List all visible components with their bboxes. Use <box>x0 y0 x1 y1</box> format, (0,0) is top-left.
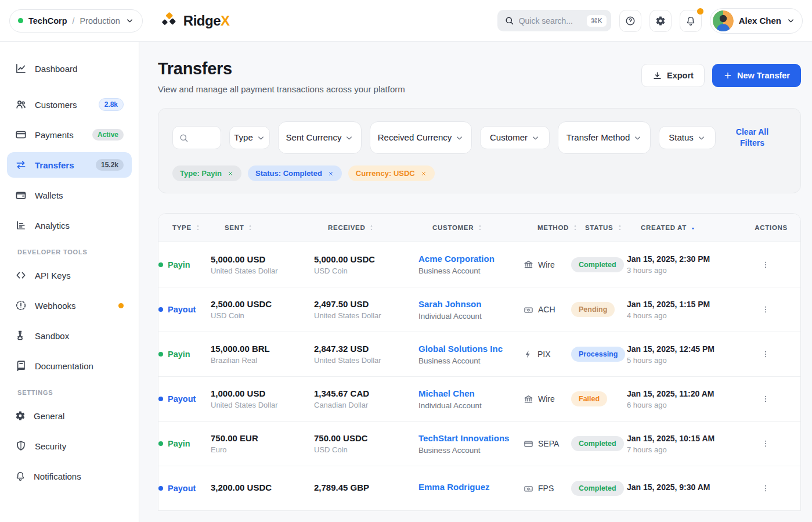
type-dot-icon <box>158 307 163 312</box>
customer-link[interactable]: Acme Corporation <box>418 254 495 264</box>
chevron-down-icon <box>531 134 540 142</box>
swap-arrows-icon <box>15 159 27 171</box>
sidebar-item-analytics[interactable]: Analytics <box>7 213 132 238</box>
sidebar-item-general[interactable]: General <box>7 403 132 429</box>
download-icon <box>652 71 662 81</box>
row-actions-button[interactable] <box>757 346 774 362</box>
kebab-icon <box>761 305 770 314</box>
sidebar-item-security[interactable]: Security <box>7 433 132 459</box>
filter-dropdown-customer[interactable]: Customer <box>480 126 550 149</box>
close-icon[interactable] <box>327 170 334 177</box>
row-actions-button[interactable] <box>757 435 774 452</box>
export-button[interactable]: Export <box>641 64 705 87</box>
sidebar-item-documentation[interactable]: Documentation <box>7 353 132 379</box>
filter-dropdown-received-currency[interactable]: Received Currency <box>370 121 472 154</box>
logo-diamonds-icon <box>161 12 179 30</box>
filter-search-input[interactable] <box>189 134 212 142</box>
filter-chip: Status: Completed <box>248 165 342 181</box>
transfer-type: Payout <box>158 394 211 404</box>
close-icon[interactable] <box>420 170 427 177</box>
row-actions-button[interactable] <box>757 301 774 318</box>
table-row: Payin5,000.00 USDUnited States Dollar5,0… <box>158 242 800 287</box>
created-at-cell: Jan 15, 2025, 12:45 PM5 hours ago <box>627 344 733 365</box>
column-header-received[interactable]: RECEIVED <box>328 224 432 231</box>
type-dot-icon <box>158 352 163 357</box>
status-cell: Completed <box>571 481 627 496</box>
column-header-customer[interactable]: CUSTOMER <box>432 224 537 231</box>
filter-dropdown-sent-currency[interactable]: Sent Currency <box>278 121 362 154</box>
filter-search[interactable] <box>172 126 221 149</box>
sidebar-item-transfers[interactable]: Transfers15.2k <box>7 152 132 178</box>
quick-search[interactable]: ⌘K <box>497 10 611 31</box>
customer-link[interactable]: Emma Rodriguez <box>418 482 490 492</box>
sidebar-badge: 15.2k <box>96 159 124 171</box>
sidebar-item-label: Documentation <box>35 361 93 371</box>
notification-dot-icon <box>118 303 124 308</box>
sidebar-item-wallets[interactable]: Wallets <box>7 182 132 208</box>
sort-icon <box>194 224 201 231</box>
filter-dropdown-type[interactable]: Type <box>229 126 270 149</box>
kebab-icon <box>761 350 770 359</box>
customer-link[interactable]: Global Solutions Inc <box>418 344 503 354</box>
customer-link[interactable]: Sarah Johnson <box>418 299 481 309</box>
close-icon[interactable] <box>227 170 234 177</box>
sidebar-item-label: Sandbox <box>35 331 69 341</box>
table-row: Payin750.00 EUREuro750.00 USDCUSD CoinTe… <box>158 421 800 466</box>
column-header-status[interactable]: STATUS <box>585 224 641 231</box>
clear-all-filters-link[interactable]: Clear All Filters <box>727 127 777 149</box>
sidebar-item-payments[interactable]: PaymentsActive <box>7 122 132 147</box>
received-cell: 2,789.45 GBP <box>314 483 418 495</box>
brand-name: RidgeX <box>183 13 230 29</box>
quick-search-input[interactable] <box>519 16 582 26</box>
chevron-down-icon <box>633 134 642 142</box>
bank-icon <box>524 394 533 404</box>
sidebar-item-sandbox[interactable]: Sandbox <box>7 323 132 348</box>
sidebar-item-dashboard[interactable]: Dashboard <box>7 56 132 81</box>
sidebar-item-api-keys[interactable]: API Keys <box>7 262 132 288</box>
method-cell: PIX <box>524 350 571 359</box>
column-header-sent[interactable]: SENT <box>225 224 328 231</box>
transfers-table: TYPESENTRECEIVEDCUSTOMERMETHODSTATUSCREA… <box>158 213 801 511</box>
org-environment-switcher[interactable]: TechCorp / Production <box>9 9 143 33</box>
sidebar-item-label: General <box>34 411 64 421</box>
notifications-button[interactable] <box>680 10 702 32</box>
kebab-icon <box>761 394 770 404</box>
column-header-type[interactable]: TYPE <box>172 224 225 231</box>
sent-cell: 1,000.00 USDUnited States Dollar <box>211 388 314 409</box>
search-icon <box>504 16 514 26</box>
bell-icon <box>685 16 696 26</box>
flask-icon <box>15 330 27 341</box>
plus-icon <box>723 71 732 80</box>
filter-dropdown-transfer-method[interactable]: Transfer Method <box>558 121 651 154</box>
column-header-created_at[interactable]: CREATED AT <box>641 224 747 231</box>
received-cell: 5,000.00 USDCUSD Coin <box>314 254 418 275</box>
column-header-actions: ACTIONS <box>755 224 788 231</box>
env-status-dot-icon <box>18 18 23 23</box>
sort-icon <box>477 224 483 231</box>
column-header-method[interactable]: METHOD <box>537 224 585 231</box>
customer-link[interactable]: TechStart Innovations <box>418 433 509 443</box>
chevron-down-icon <box>697 134 706 142</box>
sent-cell: 2,500.00 USDCUSD Coin <box>211 299 314 320</box>
sidebar-item-label: Dashboard <box>35 64 77 74</box>
sidebar-item-notifications[interactable]: Notifications <box>7 463 132 489</box>
status-badge: Processing <box>571 347 625 362</box>
user-menu[interactable]: Alex Chen <box>710 8 803 34</box>
new-transfer-button[interactable]: New Transfer <box>712 64 801 87</box>
settings-button[interactable] <box>649 10 672 32</box>
row-actions-button[interactable] <box>757 257 774 273</box>
sidebar-item-webhooks[interactable]: Webhooks <box>7 293 132 318</box>
row-actions-button[interactable] <box>757 480 774 496</box>
sidebar-item-label: Customers <box>35 100 77 110</box>
sidebar-item-label: Webhooks <box>35 301 76 311</box>
book-icon <box>15 360 27 372</box>
type-dot-icon <box>158 486 163 491</box>
sidebar-section-heading: DEVELOPER TOOLS <box>17 249 132 255</box>
row-actions-button[interactable] <box>757 391 774 407</box>
customer-link[interactable]: Michael Chen <box>418 388 475 398</box>
chart-line-icon <box>15 63 27 74</box>
filter-dropdown-status[interactable]: Status <box>659 126 716 149</box>
help-button[interactable] <box>619 10 641 32</box>
filters-panel: TypeSent CurrencyReceived CurrencyCustom… <box>158 108 801 193</box>
sidebar-item-customers[interactable]: Customers2.8k <box>7 92 132 117</box>
